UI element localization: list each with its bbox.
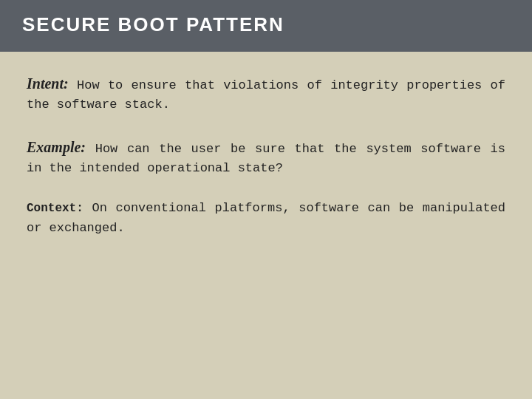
context-label: Context: <box>27 202 83 215</box>
intent-text: Intent: How to ensure that violations of… <box>27 72 505 115</box>
page-title: SECURE BOOT PATTERN <box>22 13 284 35</box>
example-text: Example: How can the user be sure that t… <box>27 136 505 179</box>
example-body: How can the user be sure that the system… <box>27 142 505 175</box>
example-section: Example: How can the user be sure that t… <box>27 136 505 179</box>
context-text: Context: On conventional platforms, soft… <box>27 199 505 238</box>
intent-label: Intent: <box>27 75 69 92</box>
context-section: Context: On conventional platforms, soft… <box>27 199 505 238</box>
content-area: Intent: How to ensure that violations of… <box>0 52 532 276</box>
context-body: On conventional platforms, software can … <box>27 201 505 234</box>
intent-body: How to ensure that violations of integri… <box>27 78 505 112</box>
page-header: SECURE BOOT PATTERN <box>0 0 532 50</box>
intent-section: Intent: How to ensure that violations of… <box>27 72 505 115</box>
example-label: Example: <box>27 139 86 155</box>
